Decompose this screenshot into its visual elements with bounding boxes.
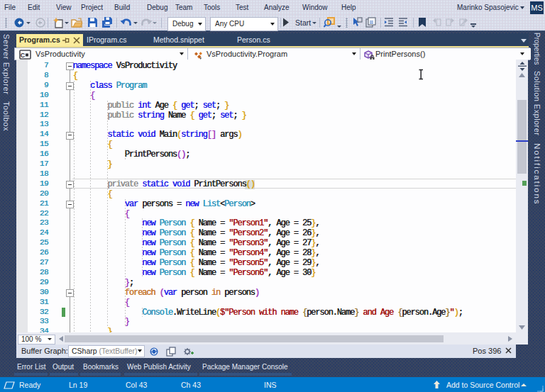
svg-text:C: C bbox=[21, 51, 26, 58]
